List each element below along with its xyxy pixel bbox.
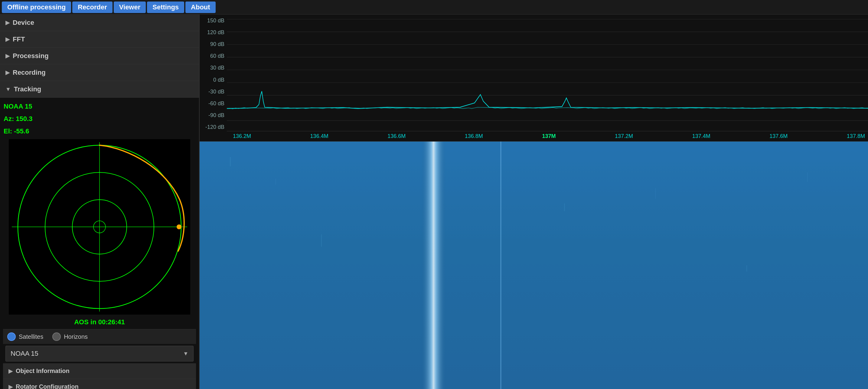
tracking-label: Tracking [14,85,41,93]
x-label-1364: 136.4M [310,133,329,140]
rotator-configuration-section[interactable]: ▶ Rotator Configuration [3,379,196,389]
x-label-1362: 136.2M [227,133,251,140]
tracking-expand-arrow: ▼ [5,86,11,93]
x-label-137: 137M [542,133,556,140]
processing-expand-arrow: ▶ [5,53,10,59]
satellite-dropdown[interactable]: NOAA 15 ▼ [5,346,193,361]
waterfall-container [199,142,868,389]
waterfall-svg [199,142,868,389]
y-label-n90: -90 dB [202,112,224,119]
y-axis: 150 dB 120 dB 90 dB 60 dB 30 dB 0 dB -30… [199,14,227,141]
recording-section-header[interactable]: ▶ Recording [0,64,199,81]
rotator-config-label: Rotator Configuration [16,383,79,389]
object-information-section[interactable]: ▶ Object Information [3,363,196,379]
device-section-header[interactable]: ▶ Device [0,14,199,31]
fft-section-header[interactable]: ▶ FFT [0,31,199,48]
main-layout: ▶ Device ▶ FFT ▶ Processing ▶ Recording … [0,14,868,389]
x-label-1374: 137.4M [692,133,710,140]
azimuth-display: Az: 150.3 [3,113,196,125]
y-label-120: 120 dB [202,29,224,36]
device-expand-arrow: ▶ [5,19,10,26]
aos-label: AOS in 00:26:41 [3,317,196,329]
satellites-label: Satellites [19,333,43,340]
device-label: Device [13,19,34,27]
az-value: 150.3 [16,115,32,122]
offline-processing-btn[interactable]: Offline processing [2,1,71,13]
toggle-row: Satellites Horizons [3,329,196,344]
y-label-60: 60 dB [202,53,224,59]
y-label-n120: -120 dB [202,124,224,130]
svg-point-7 [177,225,182,229]
y-label-90: 90 dB [202,41,224,48]
chart-area: 136.2M 136.4M 136.6M 136.8M 137M 137.2M … [227,14,868,141]
y-label-30: 30 dB [202,65,224,71]
horizons-toggle[interactable]: Horizons [52,332,88,341]
object-info-arrow: ▶ [8,368,13,375]
processing-label: Processing [13,52,49,60]
recording-expand-arrow: ▶ [5,69,10,76]
polar-plot [9,139,190,315]
horizons-label: Horizons [64,333,88,340]
fft-expand-arrow: ▶ [5,36,10,43]
top-navigation: Offline processing Recorder Viewer Setti… [0,0,868,14]
spectrum-chart: 150 dB 120 dB 90 dB 60 dB 30 dB 0 dB -30… [199,14,868,142]
tracking-content: NOAA 15 Az: 150.3 El: -55.6 [0,98,199,389]
horizons-toggle-icon [52,332,61,341]
y-label-150: 150 dB [202,18,224,24]
satellites-toggle[interactable]: Satellites [7,332,43,341]
x-label-1376: 137.6M [769,133,787,140]
elevation-display: El: -55.6 [3,125,196,137]
el-value: -55.6 [14,127,29,135]
dropdown-arrow-icon: ▼ [183,351,188,357]
y-label-0: 0 dB [202,77,224,83]
y-label-n30: -30 dB [202,89,224,95]
viewer-btn[interactable]: Viewer [114,1,146,13]
recorder-btn[interactable]: Recorder [72,1,113,13]
y-label-n60: -60 dB [202,100,224,107]
rotator-config-arrow: ▶ [8,384,13,389]
x-label-1372: 137.2M [615,133,633,140]
el-label: El: [4,127,12,135]
x-label-1378: 137.8M [847,133,868,140]
x-label-1368: 136.8M [465,133,483,140]
tracking-section-header[interactable]: ▼ Tracking [0,81,199,98]
object-info-label: Object Information [16,367,69,375]
about-btn[interactable]: About [185,1,216,13]
svg-rect-30 [199,142,868,389]
az-label: Az: [4,115,14,122]
satellite-dropdown-value: NOAA 15 [10,350,38,358]
polar-svg [9,139,190,315]
spectrum-panel: 150 dB 120 dB 90 dB 60 dB 30 dB 0 dB -30… [199,14,868,389]
sidebar: ▶ Device ▶ FFT ▶ Processing ▶ Recording … [0,14,199,389]
x-label-1366: 136.6M [388,133,406,140]
satellite-name-display: NOAA 15 [3,100,196,113]
satellites-toggle-icon [7,332,16,341]
processing-section-header[interactable]: ▶ Processing [0,48,199,64]
spectrum-svg [227,14,868,141]
recording-label: Recording [13,69,46,77]
fft-label: FFT [13,35,25,43]
settings-btn[interactable]: Settings [147,1,184,13]
